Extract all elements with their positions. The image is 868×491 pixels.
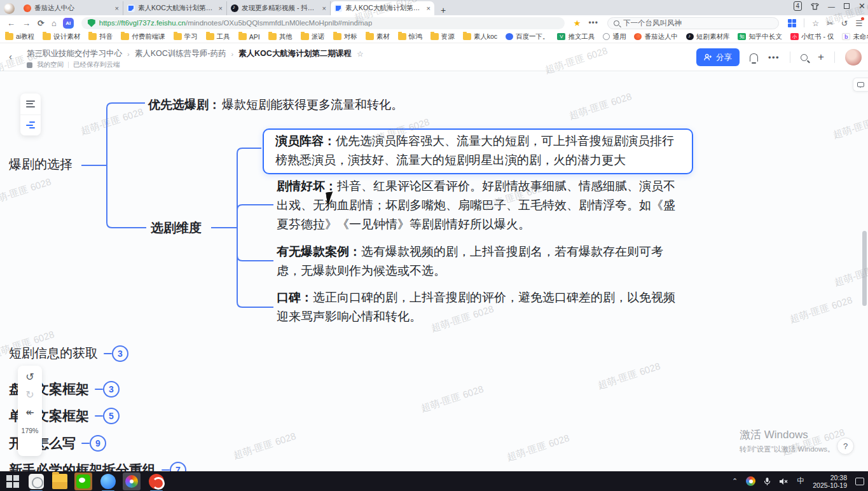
taskbar-wechat-active[interactable] [74, 473, 92, 490]
tray-expand-chevron-icon[interactable]: ⌃ [732, 477, 738, 485]
url-more-icon[interactable]: ••• [588, 18, 598, 27]
topic-count-badge[interactable]: 5 [103, 408, 120, 424]
zoom-level[interactable]: 179% [22, 427, 39, 434]
taskbar-app-red[interactable] [149, 474, 164, 489]
collapsed-topic-node[interactable]: 短剧信息的获取 3 [9, 345, 128, 362]
vertical-scrollbar[interactable] [862, 231, 867, 306]
user-avatar[interactable] [845, 49, 862, 66]
bookmark-item[interactable]: ai教程 [5, 32, 34, 41]
forward-icon[interactable]: → [22, 18, 31, 28]
outline-view-button[interactable] [20, 93, 41, 114]
mindmap-canvas[interactable]: 爆剧的选择 优先选爆剧：爆款短剧能获得更多流量和转化。 选剧维度 演员阵容：优先… [0, 71, 868, 471]
taskbar-clock[interactable]: 20:38 2025-10-19 [813, 474, 847, 489]
bookmark-item[interactable]: 学习 [174, 32, 198, 41]
mindmap-child-node[interactable]: 剧情好坏：抖音、红果评论区看评价。好剧情故事细腻、情感细腻、演员不出戏、无狗血剧… [277, 177, 687, 234]
bookmark-item[interactable]: 番茄达人中 [634, 32, 678, 41]
comments-button[interactable] [853, 78, 868, 92]
back-chevron-icon[interactable]: ‹ [9, 51, 12, 62]
collapsed-topic-node[interactable]: 新手必学的框架拆分重组 7 [9, 461, 186, 471]
bookmark-item[interactable]: 惊鸿 [398, 32, 422, 41]
tab-close-icon[interactable]: × [427, 4, 431, 12]
mindmap-root-node[interactable]: 爆剧的选择 [9, 156, 72, 173]
volume-muted-icon[interactable] [779, 478, 789, 485]
window-maximize-button[interactable] [844, 3, 850, 9]
mindmap-child-node[interactable]: 口碑：选正向口碑的剧，上抖音搜剧的评价，避免选口碑差的剧，以免视频迎来骂声影响心… [277, 288, 687, 326]
mindmap-view-button[interactable] [20, 114, 41, 136]
mindmap-node-priority[interactable]: 优先选爆剧：爆款短剧能获得更多流量和转化。 [148, 97, 428, 113]
screenshot-scissors-icon[interactable]: ✂ [827, 18, 833, 28]
bookmark-item[interactable]: 抖音 [88, 32, 113, 41]
bookmark-item[interactable]: 工具 [206, 32, 230, 41]
bookmark-item[interactable]: 派诺 [301, 32, 325, 41]
topic-count-badge[interactable]: 7 [170, 462, 186, 471]
start-button[interactable] [5, 474, 20, 489]
new-tab-button[interactable]: + [434, 5, 452, 15]
browser-tab[interactable]: 素人KOC大航海计划第二期课 × [123, 1, 227, 15]
history-undo-icon[interactable]: ↺ [841, 18, 848, 28]
taskbar-app-clock[interactable] [29, 474, 44, 489]
bookmark-item[interactable]: 素材 [366, 32, 390, 41]
window-close-button[interactable]: ✕ [858, 1, 865, 11]
doc-search-icon[interactable] [801, 54, 808, 61]
tray-browser-icon[interactable] [746, 476, 755, 486]
bookmark-item[interactable]: V 推文工具 [557, 32, 595, 41]
bookmark-item[interactable]: 知 知乎中长文 [738, 32, 782, 41]
notification-center-icon[interactable] [855, 478, 864, 485]
bookmark-item[interactable]: 设计素材 [43, 32, 80, 41]
bookmark-item[interactable]: 通用 [603, 32, 626, 41]
redo-icon[interactable]: ↻ [25, 390, 34, 400]
bookmark-item[interactable]: b 未命名文件 [842, 32, 868, 41]
bookmark-item[interactable]: 小 小红书 - 仅 [790, 32, 834, 41]
more-options-icon[interactable]: ••• [768, 53, 780, 62]
tab-close-icon[interactable]: × [322, 4, 326, 12]
bookmark-item[interactable]: 其他 [268, 32, 293, 41]
favorite-star-icon[interactable]: ☆ [357, 50, 364, 59]
browser-tab[interactable]: 发现更多精彩视频 - 抖音搜索 × [227, 1, 331, 15]
topic-count-badge[interactable]: 9 [90, 435, 106, 452]
reset-position-icon[interactable]: ↞ [25, 408, 34, 418]
bookmark-item[interactable]: 百度一下。 [506, 32, 549, 41]
mindmap-node-dimensions[interactable]: 选剧维度 [151, 219, 202, 237]
tab-close-icon[interactable]: × [219, 4, 223, 12]
topic-count-badge[interactable]: 3 [103, 381, 120, 398]
download-count-badge[interactable]: 4 [794, 1, 803, 11]
browser-tab[interactable]: 番茄达人中心 × [20, 1, 123, 15]
undo-icon[interactable]: ↺ [25, 372, 34, 382]
tab-close-icon[interactable]: × [115, 4, 119, 12]
breadcrumb-item[interactable]: 素人KOC训练营导师-药药 [135, 48, 226, 59]
browser-profile-avatar[interactable] [4, 3, 15, 14]
back-icon[interactable]: ← [7, 18, 15, 28]
refresh-icon[interactable]: ⟳ [38, 18, 45, 28]
theme-skin-icon[interactable] [811, 3, 819, 10]
topic-count-badge[interactable]: 3 [112, 345, 128, 362]
taskbar-app-quark[interactable] [100, 474, 116, 489]
bookmark-item[interactable]: 付费前端课 [121, 32, 165, 41]
bookmark-item[interactable]: 对标 [333, 32, 357, 41]
bookmark-item[interactable]: 素人koc [463, 32, 497, 41]
breadcrumb-item[interactable]: 第三职业技能交付学习中心 [27, 48, 122, 59]
browser-tab[interactable]: 素人KOC大航海计划第二期课 × [331, 1, 434, 15]
help-button[interactable]: ? [837, 438, 854, 455]
mindmap-child-node[interactable]: 有无爆款案例：选有爆款视频的剧，上抖音搜剧名，若有爆款存在则可考虑，无爆款则作为… [277, 242, 687, 280]
ime-indicator[interactable]: 中 [797, 476, 804, 487]
home-icon[interactable]: ⌂ [52, 18, 57, 28]
taskbar-file-explorer[interactable] [52, 474, 67, 489]
space-label[interactable]: 我的空间 [37, 60, 64, 69]
bookmark-item[interactable]: API [238, 33, 260, 41]
ai-assistant-icon[interactable]: AI [63, 18, 74, 29]
bookmark-edit-icon[interactable]: ☆ [812, 18, 819, 28]
microphone-icon[interactable] [764, 477, 771, 486]
taskbar-browser-active[interactable] [123, 473, 141, 490]
share-button[interactable]: 分享 [696, 48, 740, 66]
notifications-bell-icon[interactable] [750, 53, 758, 62]
url-bar[interactable]: https://ft6vgl737z.feishu.cn/mindnotes/O… [81, 17, 565, 29]
bookmark-star-icon[interactable]: ★ [574, 18, 581, 28]
menu-hamburger-icon[interactable]: ☰ [855, 18, 862, 28]
window-minimize-button[interactable]: — [828, 3, 835, 10]
bookmark-item[interactable]: 资源 [431, 32, 455, 41]
bookmark-item[interactable]: 短剧素材库 [686, 32, 730, 41]
quick-search-box[interactable]: 下一个台风叫风神 [607, 17, 779, 29]
mindmap-child-node[interactable]: 演员阵容：优先选演员阵容强大、流量大的短剧，可上抖音搜短剧演员排行榜熟悉演员，演… [263, 128, 693, 174]
apps-grid-icon[interactable] [788, 19, 796, 27]
create-new-icon[interactable]: + [818, 51, 824, 64]
